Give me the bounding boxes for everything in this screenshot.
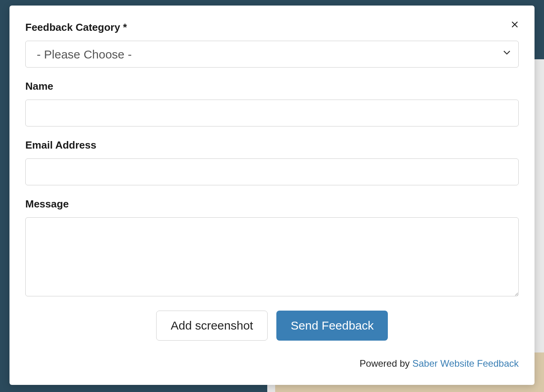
name-group: Name — [25, 80, 519, 126]
message-label: Message — [25, 198, 519, 210]
email-group: Email Address — [25, 139, 519, 185]
category-select-wrapper: - Please Choose - — [25, 41, 519, 68]
modal-footer: Powered by Saber Website Feedback — [25, 358, 519, 369]
email-label: Email Address — [25, 139, 519, 151]
powered-by-text: Powered by — [360, 358, 412, 369]
button-row: Add screenshot Send Feedback — [25, 311, 519, 341]
message-group: Message — [25, 198, 519, 298]
message-field[interactable] — [25, 217, 519, 296]
name-field[interactable] — [25, 100, 519, 126]
name-label: Name — [25, 80, 519, 92]
category-label: Feedback Category * — [25, 21, 519, 34]
send-feedback-button[interactable]: Send Feedback — [276, 311, 388, 341]
powered-by-link[interactable]: Saber Website Feedback — [412, 358, 519, 369]
category-group: Feedback Category * - Please Choose - — [25, 21, 519, 68]
close-icon — [510, 19, 520, 31]
feedback-modal: Feedback Category * - Please Choose - Na… — [9, 6, 535, 385]
email-field[interactable] — [25, 158, 519, 185]
close-button[interactable] — [508, 18, 522, 32]
add-screenshot-button[interactable]: Add screenshot — [156, 311, 268, 341]
category-select[interactable]: - Please Choose - — [25, 41, 519, 68]
